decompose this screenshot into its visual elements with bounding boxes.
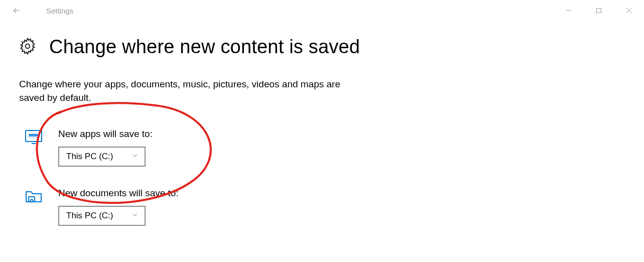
svg-point-13 [37,135,37,135]
window-controls [554,0,644,21]
minimize-button[interactable] [554,0,584,21]
svg-rect-2 [597,9,601,13]
content-area: Change where new content is saved Change… [0,21,644,226]
minimize-icon [566,8,572,14]
svg-point-11 [34,135,34,135]
svg-point-10 [32,135,33,135]
svg-point-12 [35,135,36,135]
apps-label: New apps will save to: [58,128,153,140]
arrow-left-icon [12,6,21,15]
close-icon [626,8,632,14]
svg-point-8 [29,135,30,135]
documents-icon [24,188,43,204]
dropdown-value: This PC (C:) [66,152,126,162]
page-title: Change where new content is saved [49,36,360,58]
chevron-down-icon [132,152,139,161]
svg-point-9 [31,135,31,135]
maximize-button[interactable] [584,0,614,21]
setting-apps: New apps will save to: This PC (C:) [19,128,625,167]
back-button[interactable] [6,0,26,21]
svg-point-5 [26,44,30,48]
page-header: Change where new content is saved [19,36,625,58]
setting-documents: New documents will save to: This PC (C:) [19,188,625,226]
documents-location-dropdown[interactable]: This PC (C:) [58,206,146,226]
documents-label: New documents will save to: [58,188,179,199]
setting-apps-content: New apps will save to: This PC (C:) [58,128,153,167]
chevron-down-icon [132,211,139,220]
gear-icon [19,38,36,57]
titlebar: Settings [0,0,644,21]
close-button[interactable] [614,0,644,21]
page-description: Change where your apps, documents, music… [19,78,350,104]
dropdown-value: This PC (C:) [66,211,126,221]
apps-icon [24,128,43,145]
apps-location-dropdown[interactable]: This PC (C:) [58,147,146,167]
window-title: Settings [46,7,73,15]
maximize-icon [596,8,602,14]
setting-documents-content: New documents will save to: This PC (C:) [58,188,179,226]
